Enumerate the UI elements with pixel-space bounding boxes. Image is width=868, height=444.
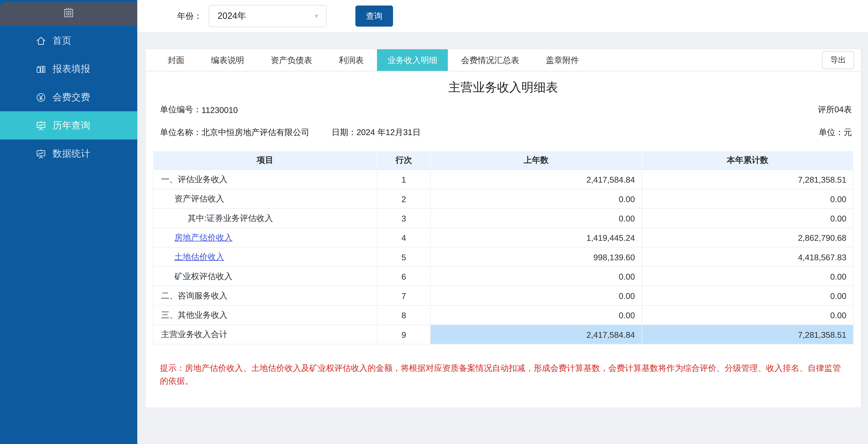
tab-business-revenue-detail[interactable]: 业务收入明细 (377, 49, 448, 71)
main-area: 年份： 2024年 ▼ 查询 封面编表说明资产负债表利润表业务收入明细会费情况汇… (137, 0, 868, 444)
app-root: 首页报表填报会费交费历年查询数据统计 年份： 2024年 ▼ 查询 封面编表说明… (0, 0, 868, 444)
sidebar-item-report-fill[interactable]: 报表填报 (0, 55, 137, 83)
table-body: 一、评估业务收入12,417,584.847,281,358.51资产评估收入2… (153, 170, 853, 344)
current-year-cell: 7,281,358.51 (642, 170, 854, 189)
sidebar-item-label: 数据统计 (53, 147, 90, 160)
sidebar-item-home[interactable]: 首页 (0, 27, 137, 55)
item-cell: 土地估价收入 (153, 247, 377, 267)
tabbar: 封面编表说明资产负债表利润表业务收入明细会费情况汇总表盖章附件 导出 (146, 49, 861, 71)
prev-year-cell: 0.00 (430, 189, 642, 208)
current-year-cell: 2,862,790.68 (642, 228, 854, 247)
export-button[interactable]: 导出 (822, 51, 854, 69)
sidebar-item-label: 历年查询 (53, 119, 90, 132)
item-label: 其中:证券业务评估收入 (188, 213, 273, 223)
tabs: 封面编表说明资产负债表利润表业务收入明细会费情况汇总表盖章附件 (154, 49, 592, 71)
line-number-cell: 4 (377, 228, 430, 247)
current-year-cell: 0.00 (642, 305, 854, 325)
item-link[interactable]: 土地估价收入 (175, 251, 224, 261)
page-title: 主营业务收入明细表 (153, 79, 854, 96)
history-icon (35, 120, 46, 131)
sidebar-item-label: 会费交费 (53, 91, 90, 103)
prev-year-cell: 1,419,445.24 (430, 228, 642, 247)
sidebar-item-label: 首页 (53, 34, 71, 47)
item-label: 二、咨询服务收入 (161, 290, 227, 300)
sidebar-item-fee-pay[interactable]: 会费交费 (0, 83, 137, 111)
item-label: 主营业务收入合计 (161, 329, 227, 338)
tab-profit-sheet[interactable]: 利润表 (329, 49, 374, 71)
current-year-cell: 0.00 (642, 208, 854, 228)
item-label: 一、评估业务收入 (161, 174, 227, 183)
table-row: 三、其他业务收入80.000.00 (153, 305, 853, 325)
item-cell: 主营业务收入合计 (153, 325, 377, 344)
unit-name-value: 北京中恒房地产评估有限公司 (202, 127, 309, 138)
unit-of-measure: 单位：元 (819, 127, 852, 138)
prev-year-cell: 0.00 (430, 286, 642, 305)
prev-year-cell: 0.00 (430, 267, 642, 286)
line-number-cell: 6 (377, 267, 430, 286)
table-row: 其中:证券业务评估收入30.000.00 (153, 208, 853, 228)
prev-year-cell: 0.00 (430, 208, 642, 228)
sidebar-item-history-query[interactable]: 历年查询 (0, 111, 137, 140)
item-link[interactable]: 房地产估价收入 (175, 232, 232, 242)
table-row: 房地产估价收入41,419,445.242,862,790.68 (153, 228, 853, 247)
col-header-item: 项目 (153, 151, 377, 170)
item-label: 矿业权评估收入 (175, 271, 232, 280)
fee-icon (35, 92, 46, 103)
stats-icon (35, 148, 46, 159)
tab-cover[interactable]: 封面 (158, 49, 194, 71)
hint-text: 提示：房地产估价收入、土地估价收入及矿业权评估收入的金额，将根据对应资质备案情况… (153, 361, 854, 387)
current-year-cell: 0.00 (642, 267, 854, 286)
unit-code-value: 11230010 (202, 105, 238, 115)
report-icon (35, 63, 46, 75)
revenue-table: 项目 行次 上年数 本年累计数 一、评估业务收入12,417,584.847,2… (153, 151, 854, 345)
line-number-cell: 2 (377, 189, 430, 208)
col-header-prev-year: 上年数 (430, 151, 642, 170)
report-card: 封面编表说明资产负债表利润表业务收入明细会费情况汇总表盖章附件 导出 主营业务收… (145, 49, 861, 408)
home-icon (35, 35, 46, 46)
line-number-cell: 7 (377, 286, 430, 305)
sidebar-item-data-stats[interactable]: 数据统计 (0, 140, 137, 168)
line-number-cell: 9 (377, 325, 430, 344)
prev-year-cell: 998,139.60 (430, 247, 642, 267)
tab-seal-attachment[interactable]: 盖章附件 (536, 49, 589, 71)
meta-row-2: 单位名称： 北京中恒房地产评估有限公司 日期： 2024 年12月31日 单位：… (153, 127, 854, 138)
line-number-cell: 5 (377, 247, 430, 267)
form-code: 评所04表 (818, 105, 852, 115)
item-label: 三、其他业务收入 (161, 310, 227, 319)
line-number-cell: 8 (377, 305, 430, 325)
grid-icon (62, 7, 75, 21)
sidebar-item-label: 报表填报 (53, 62, 90, 75)
item-cell: 矿业权评估收入 (153, 267, 377, 286)
table-row: 矿业权评估收入60.000.00 (153, 267, 853, 286)
current-year-cell: 0.00 (642, 189, 854, 208)
topbar: 年份： 2024年 ▼ 查询 (137, 0, 868, 32)
line-number-cell: 1 (377, 170, 430, 189)
tab-fee-summary[interactable]: 会费情况汇总表 (451, 49, 529, 71)
tab-prep-notes[interactable]: 编表说明 (201, 49, 254, 71)
col-header-line: 行次 (377, 151, 430, 170)
table-row: 土地估价收入5998,139.604,418,567.83 (153, 247, 853, 267)
item-cell: 三、其他业务收入 (153, 305, 377, 325)
tab-balance-sheet[interactable]: 资产负债表 (261, 49, 322, 71)
prev-year-cell: 0.00 (430, 305, 642, 325)
line-number-cell: 3 (377, 208, 430, 228)
date-value: 2024 年12月31日 (356, 127, 421, 138)
unit-code-label: 单位编号： (160, 105, 202, 115)
query-button[interactable]: 查询 (355, 6, 393, 27)
meta-row-1: 单位编号： 11230010 评所04表 (153, 105, 854, 115)
item-cell: 资产评估收入 (153, 189, 377, 208)
year-select[interactable]: 2024年 ▼ (209, 5, 327, 27)
current-year-cell: 4,418,567.83 (642, 247, 854, 267)
sidebar: 首页报表填报会费交费历年查询数据统计 (0, 0, 137, 444)
year-label: 年份： (177, 11, 202, 21)
unit-name-label: 单位名称： (160, 127, 202, 138)
item-cell: 二、咨询服务收入 (153, 286, 377, 305)
chevron-down-icon: ▼ (313, 13, 319, 19)
item-cell: 其中:证券业务评估收入 (153, 208, 377, 228)
col-header-current-year: 本年累计数 (642, 151, 854, 170)
item-cell: 房地产估价收入 (153, 228, 377, 247)
item-label: 资产评估收入 (175, 194, 224, 203)
table-row: 二、咨询服务收入70.000.00 (153, 286, 853, 305)
table-row: 一、评估业务收入12,417,584.847,281,358.51 (153, 170, 853, 189)
report-body: 主营业务收入明细表 单位编号： 11230010 评所04表 单位名称： 北京中… (146, 79, 861, 387)
